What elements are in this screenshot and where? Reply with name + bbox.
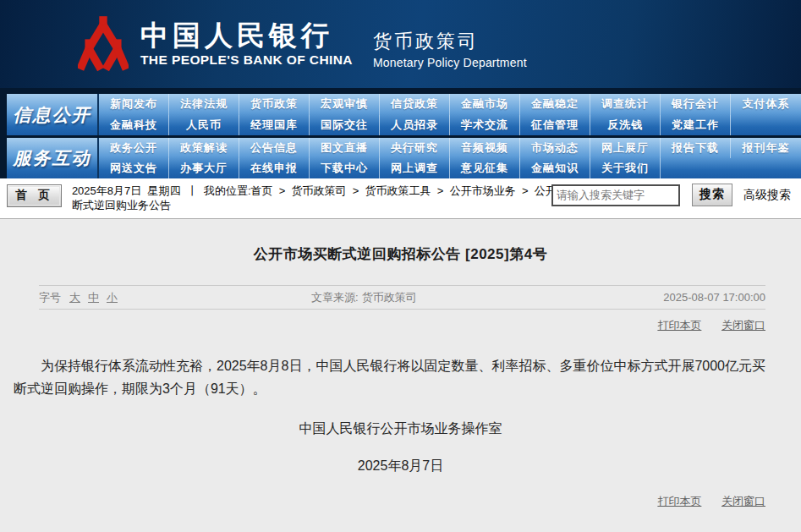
nav-item[interactable]: 金融稳定 (520, 94, 590, 115)
nav-item[interactable]: 报告下载 (661, 138, 731, 158)
nav-menu-grid: 政务公开政策解读公告信息图文直播央行研究音频视频市场动态网上展厅报告下载报刊年鉴… (99, 138, 801, 178)
nav-item[interactable]: 政务公开 (99, 138, 169, 158)
nav-item[interactable]: 信贷政策 (380, 94, 450, 115)
nav-item[interactable]: 宏观审慎 (310, 94, 380, 115)
article-title: 公开市场买断式逆回购招标公告 [2025]第4号 (0, 219, 801, 264)
nav-item[interactable]: 金融科技 (99, 115, 169, 136)
nav-row: 新闻发布法律法规货币政策宏观审慎信贷政策金融市场金融稳定调查统计银行会计支付体系 (99, 94, 801, 115)
nav-item[interactable]: 公告信息 (239, 138, 310, 158)
close-window-link[interactable]: 关闭窗口 (721, 319, 765, 332)
nav-row: 金融科技人民币经理国库国际交往人员招录学术交流征信管理反洗钱党建工作 (99, 115, 801, 136)
nav-band-services: 服务互动 政务公开政策解读公告信息图文直播央行研究音频视频市场动态网上展厅报告下… (7, 138, 801, 178)
article-meta-row: 字号 大 中 小 文章来源:货币政策司 2025-08-07 17:00:00 (0, 286, 801, 309)
nav-item[interactable]: 人民币 (169, 115, 239, 136)
font-size-label: 字号 (39, 290, 61, 305)
nav-item[interactable]: 网上调查 (380, 158, 450, 178)
nav-item[interactable]: 关于我们 (590, 158, 661, 178)
font-size-medium[interactable]: 中 (88, 290, 99, 305)
nav-menu-grid: 新闻发布法律法规货币政策宏观审慎信贷政策金融市场金融稳定调查统计银行会计支付体系… (99, 94, 801, 135)
search-area: 搜索 高级搜索 (551, 184, 791, 206)
nav-item[interactable]: 报刊年鉴 (731, 138, 801, 158)
article-panel: 公开市场买断式逆回购招标公告 [2025]第4号 字号 大 中 小 文章来源:货… (0, 219, 801, 532)
nav-item[interactable]: 调查统计 (590, 94, 661, 115)
article-actions-bottom: 打印本页 关闭窗口 (0, 475, 801, 509)
dept-name-en: Monetary Policy Department (373, 56, 527, 69)
nav-item[interactable]: 在线申报 (239, 158, 310, 178)
nav-row: 网送文告办事大厅在线申报下载中心网上调查意见征集金融知识关于我们 (99, 158, 801, 178)
bank-name-en: THE PEOPLE'S BANK OF CHINA (140, 52, 353, 68)
font-size-controls: 字号 大 中 小 (39, 290, 311, 305)
pboc-logo-icon[interactable] (78, 14, 129, 74)
nav-item[interactable]: 银行会计 (661, 94, 731, 115)
nav-item[interactable]: 办事大厅 (169, 158, 239, 178)
nav-item[interactable]: 金融知识 (520, 158, 590, 178)
nav-item[interactable]: 音频视频 (450, 138, 520, 158)
nav-band-info-disclosure: 信息公开 新闻发布法律法规货币政策宏观审慎信贷政策金融市场金融稳定调查统计银行会… (7, 94, 801, 135)
article-signature: 中国人民银行公开市场业务操作室 (0, 420, 801, 438)
breadcrumb-bar: 首 页 2025年8月7日 星期四 丨 我的位置:首页 > 货币政策司 > 货币… (0, 178, 801, 219)
print-page-link[interactable]: 打印本页 (657, 319, 701, 332)
nav-item[interactable]: 下载中心 (310, 158, 380, 178)
nav-item-empty (731, 158, 801, 178)
dept-name-cn: 货币政策司 (373, 31, 527, 52)
nav-item[interactable]: 货币政策 (239, 94, 310, 115)
nav-item[interactable]: 党建工作 (661, 115, 731, 136)
nav-item[interactable]: 经理国库 (239, 115, 310, 136)
article-body: 为保持银行体系流动性充裕，2025年8月8日，中国人民银行将以固定数量、利率招标… (14, 354, 777, 400)
nav-item[interactable]: 支付体系 (731, 94, 801, 115)
nav-item[interactable]: 市场动态 (520, 138, 590, 158)
main-navigation: 信息公开 新闻发布法律法规货币政策宏观审慎信贷政策金融市场金融稳定调查统计银行会… (0, 88, 801, 178)
site-header: 中国人民银行 THE PEOPLE'S BANK OF CHINA 货币政策司 … (0, 0, 801, 88)
nav-item[interactable]: 意见征集 (450, 158, 520, 178)
nav-item[interactable]: 学术交流 (450, 115, 520, 136)
article-actions-top: 打印本页 关闭窗口 (0, 310, 801, 333)
font-size-large[interactable]: 大 (69, 290, 80, 305)
close-window-link[interactable]: 关闭窗口 (721, 495, 765, 507)
nav-item[interactable]: 国际交往 (310, 115, 380, 136)
article-source: 文章来源:货币政策司 (311, 290, 663, 305)
search-input[interactable] (551, 184, 680, 206)
article-date: 2025年8月7日 (0, 458, 801, 475)
nav-item[interactable]: 央行研究 (380, 138, 450, 158)
article-timestamp: 2025-08-07 17:00:00 (663, 291, 765, 304)
advanced-search-link[interactable]: 高级搜索 (743, 188, 791, 203)
nav-item[interactable]: 图文直播 (310, 138, 380, 158)
breadcrumb[interactable]: 2025年8月7日 星期四 丨 我的位置:首页 > 货币政策司 > 货币政策工具… (72, 184, 590, 212)
source-value: 货币政策司 (362, 291, 417, 304)
dept-title-block: 货币政策司 Monetary Policy Department (373, 31, 527, 69)
bank-title-block: 中国人民银行 THE PEOPLE'S BANK OF CHINA (140, 21, 353, 68)
nav-item[interactable]: 政策解读 (169, 138, 239, 158)
search-button[interactable]: 搜索 (692, 184, 732, 206)
home-button[interactable]: 首 页 (7, 184, 62, 207)
source-label: 文章来源: (311, 291, 359, 304)
nav-item-empty (661, 158, 731, 178)
font-size-small[interactable]: 小 (107, 290, 118, 305)
nav-row: 政务公开政策解读公告信息图文直播央行研究音频视频市场动态网上展厅报告下载报刊年鉴 (99, 138, 801, 158)
nav-item[interactable]: 征信管理 (520, 115, 590, 136)
nav-item-empty (731, 115, 801, 136)
nav-item[interactable]: 网上展厅 (590, 138, 661, 158)
nav-section-label[interactable]: 信息公开 (7, 94, 99, 135)
nav-item[interactable]: 反洗钱 (590, 115, 661, 136)
nav-item[interactable]: 新闻发布 (99, 94, 169, 115)
nav-item[interactable]: 法律法规 (169, 94, 239, 115)
nav-item[interactable]: 人员招录 (380, 115, 450, 136)
nav-section-label[interactable]: 服务互动 (7, 138, 99, 178)
nav-item[interactable]: 金融市场 (450, 94, 520, 115)
bank-name-cn: 中国人民银行 (140, 21, 353, 50)
print-page-link[interactable]: 打印本页 (657, 495, 701, 507)
nav-item[interactable]: 网送文告 (99, 158, 169, 178)
